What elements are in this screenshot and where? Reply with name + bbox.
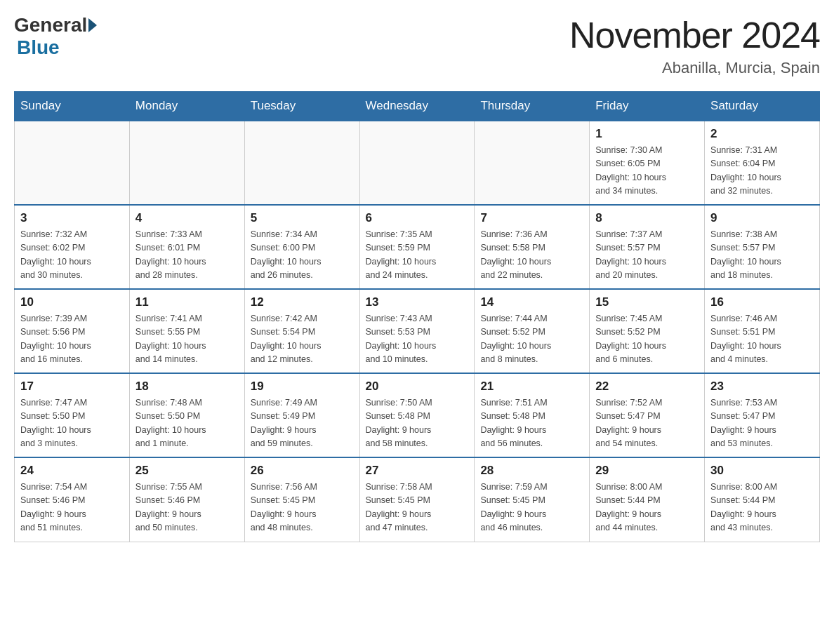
calendar-cell: 26Sunrise: 7:56 AM Sunset: 5:45 PM Dayli… (244, 457, 359, 542)
title-section: November 2024 Abanilla, Murcia, Spain (569, 14, 820, 77)
calendar-cell (359, 121, 475, 205)
calendar-cell: 21Sunrise: 7:51 AM Sunset: 5:48 PM Dayli… (475, 373, 590, 457)
day-number: 18 (135, 380, 239, 394)
calendar-cell: 29Sunrise: 8:00 AM Sunset: 5:44 PM Dayli… (590, 457, 705, 542)
page-header: General Blue November 2024 Abanilla, Mur… (14, 14, 820, 77)
calendar-cell: 8Sunrise: 7:37 AM Sunset: 5:57 PM Daylig… (590, 205, 705, 289)
weekday-header-monday: Monday (129, 92, 244, 121)
calendar-cell: 3Sunrise: 7:32 AM Sunset: 6:02 PM Daylig… (15, 205, 130, 289)
weekday-header-saturday: Saturday (705, 92, 820, 121)
day-info: Sunrise: 7:58 AM Sunset: 5:45 PM Dayligh… (366, 481, 469, 535)
day-number: 27 (366, 464, 469, 478)
calendar-cell: 9Sunrise: 7:38 AM Sunset: 5:57 PM Daylig… (705, 205, 820, 289)
day-info: Sunrise: 8:00 AM Sunset: 5:44 PM Dayligh… (710, 481, 814, 535)
day-number: 14 (480, 295, 583, 309)
day-info: Sunrise: 7:46 AM Sunset: 5:51 PM Dayligh… (710, 312, 814, 367)
day-info: Sunrise: 7:33 AM Sunset: 6:01 PM Dayligh… (135, 228, 239, 283)
day-info: Sunrise: 7:47 AM Sunset: 5:50 PM Dayligh… (20, 396, 124, 451)
calendar-week-row: 1Sunrise: 7:30 AM Sunset: 6:05 PM Daylig… (15, 121, 820, 205)
calendar-cell: 10Sunrise: 7:39 AM Sunset: 5:56 PM Dayli… (15, 289, 130, 373)
day-number: 26 (251, 464, 354, 478)
day-number: 4 (135, 211, 239, 225)
calendar-cell: 6Sunrise: 7:35 AM Sunset: 5:59 PM Daylig… (359, 205, 475, 289)
day-number: 25 (135, 464, 239, 478)
day-info: Sunrise: 7:32 AM Sunset: 6:02 PM Dayligh… (20, 228, 124, 283)
day-number: 10 (20, 295, 124, 309)
logo-arrow-icon (88, 18, 97, 32)
calendar-cell: 17Sunrise: 7:47 AM Sunset: 5:50 PM Dayli… (15, 373, 130, 457)
day-number: 5 (251, 211, 354, 225)
day-info: Sunrise: 7:41 AM Sunset: 5:55 PM Dayligh… (135, 312, 239, 367)
calendar-cell: 5Sunrise: 7:34 AM Sunset: 6:00 PM Daylig… (244, 205, 359, 289)
day-info: Sunrise: 7:54 AM Sunset: 5:46 PM Dayligh… (20, 481, 124, 535)
day-info: Sunrise: 7:48 AM Sunset: 5:50 PM Dayligh… (135, 396, 239, 451)
calendar-cell: 16Sunrise: 7:46 AM Sunset: 5:51 PM Dayli… (705, 289, 820, 373)
day-number: 19 (251, 380, 354, 394)
day-number: 23 (710, 380, 814, 394)
day-number: 2 (710, 127, 814, 141)
calendar-week-row: 17Sunrise: 7:47 AM Sunset: 5:50 PM Dayli… (15, 373, 820, 457)
calendar-cell: 15Sunrise: 7:45 AM Sunset: 5:52 PM Dayli… (590, 289, 705, 373)
calendar-cell: 23Sunrise: 7:53 AM Sunset: 5:47 PM Dayli… (705, 373, 820, 457)
calendar-cell: 2Sunrise: 7:31 AM Sunset: 6:04 PM Daylig… (705, 121, 820, 205)
logo-general-text: General (14, 14, 87, 36)
day-info: Sunrise: 7:38 AM Sunset: 5:57 PM Dayligh… (710, 228, 814, 283)
calendar-cell (244, 121, 359, 205)
day-number: 16 (710, 295, 814, 309)
calendar-cell (15, 121, 130, 205)
weekday-header-tuesday: Tuesday (244, 92, 359, 121)
calendar-table: SundayMondayTuesdayWednesdayThursdayFrid… (14, 91, 820, 542)
weekday-header-sunday: Sunday (15, 92, 130, 121)
day-info: Sunrise: 8:00 AM Sunset: 5:44 PM Dayligh… (595, 481, 699, 535)
calendar-cell: 25Sunrise: 7:55 AM Sunset: 5:46 PM Dayli… (129, 457, 244, 542)
logo-blue-text: Blue (17, 36, 60, 58)
calendar-cell: 20Sunrise: 7:50 AM Sunset: 5:48 PM Dayli… (359, 373, 475, 457)
day-info: Sunrise: 7:36 AM Sunset: 5:58 PM Dayligh… (480, 228, 583, 283)
day-number: 30 (710, 464, 814, 478)
calendar-week-row: 24Sunrise: 7:54 AM Sunset: 5:46 PM Dayli… (15, 457, 820, 542)
day-info: Sunrise: 7:59 AM Sunset: 5:45 PM Dayligh… (480, 481, 583, 535)
weekday-header-friday: Friday (590, 92, 705, 121)
calendar-cell: 14Sunrise: 7:44 AM Sunset: 5:52 PM Dayli… (475, 289, 590, 373)
day-number: 9 (710, 211, 814, 225)
weekday-header-thursday: Thursday (475, 92, 590, 121)
day-number: 1 (595, 127, 699, 141)
day-number: 7 (480, 211, 583, 225)
day-info: Sunrise: 7:30 AM Sunset: 6:05 PM Dayligh… (595, 144, 699, 199)
calendar-cell (129, 121, 244, 205)
day-info: Sunrise: 7:31 AM Sunset: 6:04 PM Dayligh… (710, 144, 814, 199)
day-info: Sunrise: 7:53 AM Sunset: 5:47 PM Dayligh… (710, 396, 814, 451)
day-info: Sunrise: 7:55 AM Sunset: 5:46 PM Dayligh… (135, 481, 239, 535)
day-info: Sunrise: 7:56 AM Sunset: 5:45 PM Dayligh… (251, 481, 354, 535)
day-info: Sunrise: 7:42 AM Sunset: 5:54 PM Dayligh… (251, 312, 354, 367)
month-title: November 2024 (569, 14, 820, 56)
day-number: 3 (20, 211, 124, 225)
calendar-week-row: 10Sunrise: 7:39 AM Sunset: 5:56 PM Dayli… (15, 289, 820, 373)
day-number: 22 (595, 380, 699, 394)
calendar-cell: 24Sunrise: 7:54 AM Sunset: 5:46 PM Dayli… (15, 457, 130, 542)
day-number: 8 (595, 211, 699, 225)
calendar-cell: 22Sunrise: 7:52 AM Sunset: 5:47 PM Dayli… (590, 373, 705, 457)
day-info: Sunrise: 7:39 AM Sunset: 5:56 PM Dayligh… (20, 312, 124, 367)
calendar-week-row: 3Sunrise: 7:32 AM Sunset: 6:02 PM Daylig… (15, 205, 820, 289)
location: Abanilla, Murcia, Spain (569, 59, 820, 77)
weekday-header-row: SundayMondayTuesdayWednesdayThursdayFrid… (15, 92, 820, 121)
day-number: 17 (20, 380, 124, 394)
day-number: 20 (366, 380, 469, 394)
calendar-cell (475, 121, 590, 205)
calendar-cell: 12Sunrise: 7:42 AM Sunset: 5:54 PM Dayli… (244, 289, 359, 373)
calendar-cell: 18Sunrise: 7:48 AM Sunset: 5:50 PM Dayli… (129, 373, 244, 457)
day-number: 13 (366, 295, 469, 309)
day-info: Sunrise: 7:44 AM Sunset: 5:52 PM Dayligh… (480, 312, 583, 367)
day-number: 15 (595, 295, 699, 309)
day-info: Sunrise: 7:35 AM Sunset: 5:59 PM Dayligh… (366, 228, 469, 283)
calendar-cell: 7Sunrise: 7:36 AM Sunset: 5:58 PM Daylig… (475, 205, 590, 289)
day-number: 12 (251, 295, 354, 309)
calendar-cell: 30Sunrise: 8:00 AM Sunset: 5:44 PM Dayli… (705, 457, 820, 542)
day-number: 11 (135, 295, 239, 309)
calendar-cell: 13Sunrise: 7:43 AM Sunset: 5:53 PM Dayli… (359, 289, 475, 373)
day-number: 6 (366, 211, 469, 225)
calendar-cell: 28Sunrise: 7:59 AM Sunset: 5:45 PM Dayli… (475, 457, 590, 542)
day-info: Sunrise: 7:52 AM Sunset: 5:47 PM Dayligh… (595, 396, 699, 451)
calendar-cell: 19Sunrise: 7:49 AM Sunset: 5:49 PM Dayli… (244, 373, 359, 457)
